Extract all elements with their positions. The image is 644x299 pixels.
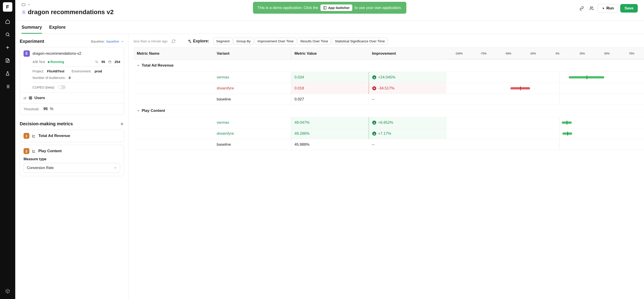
svg-rect-1 <box>324 6 326 9</box>
metric-badge-2: 2 <box>24 148 29 154</box>
save-button[interactable]: Save <box>620 4 638 12</box>
env-value: prod <box>95 69 102 73</box>
chart-icon <box>32 149 36 153</box>
search-icon[interactable] <box>4 31 11 38</box>
axis-tick: -50% <box>496 48 520 59</box>
app-switcher-label: App Switcher <box>328 6 350 10</box>
topbar: dragon recommendations v2 This is a demo… <box>15 0 644 21</box>
improvement-bar <box>446 83 644 94</box>
measure-type-value: Conversion Rate <box>27 166 54 170</box>
chevron-down-icon <box>137 64 140 67</box>
side-panel: Experiment Baseline: baseline E dragon-r… <box>15 34 129 299</box>
link-icon[interactable] <box>578 4 586 12</box>
explore-pill[interactable]: Group By <box>234 38 254 45</box>
cuped-label: CUPED (beta): <box>32 85 55 89</box>
value-cell: 0.034 <box>291 72 369 83</box>
app-switcher-button[interactable]: App Switcher <box>320 4 352 11</box>
improvement-bar <box>446 94 644 105</box>
improvement-bar <box>446 128 644 139</box>
stat-95: 95 <box>101 60 105 64</box>
improvement-cell: -- <box>369 139 446 150</box>
chevron-down-icon[interactable] <box>27 3 30 6</box>
tab-summary[interactable]: Summary <box>22 25 42 34</box>
improvement-axis: -100%-75%-50%-25%0%25%50%75% <box>446 48 644 60</box>
left-rail: F <box>0 0 15 299</box>
baseline-picker[interactable]: Baseline: baseline <box>91 39 124 43</box>
add-metric-button[interactable] <box>120 122 124 126</box>
metric-card-1[interactable]: 1 Total Ad Revenue <box>20 130 124 142</box>
env-label: Environment: <box>72 69 91 73</box>
results-table: Metric Name Variant Metric Value Improve… <box>134 48 644 150</box>
col-improvement[interactable]: Improvement <box>369 48 446 60</box>
explore-pill[interactable]: Improvement Over Time <box>254 38 296 45</box>
run-button[interactable]: Run <box>598 4 618 12</box>
settings-cube-icon[interactable] <box>4 288 11 295</box>
metric-name-1: Total Ad Revenue <box>38 134 70 138</box>
value-cell: 0.018 <box>291 83 369 94</box>
explore-pill[interactable]: Results Over Time <box>298 38 331 45</box>
metric-name-2: Play Content <box>38 149 62 153</box>
col-metric-value[interactable]: Metric Value <box>291 48 369 60</box>
value-cell: 0.027 <box>291 94 369 105</box>
svg-point-0 <box>6 33 9 36</box>
col-metric-name[interactable]: Metric Name <box>134 48 214 60</box>
demo-banner-text: This is a demo application. Click the <box>258 5 318 10</box>
tab-explore[interactable]: Explore <box>49 25 66 34</box>
audiences-label: Number of Audiences: <box>32 76 66 80</box>
threshold-label: Threshold <box>24 107 38 111</box>
app-logo[interactable]: F <box>3 2 12 12</box>
metric-group-header[interactable]: Play Content <box>134 105 644 117</box>
axis-tick: -25% <box>520 48 545 59</box>
ab-test-label: A/B Test <box>32 60 45 64</box>
users-icon[interactable] <box>588 4 595 12</box>
experiment-badge: E <box>24 50 30 57</box>
improvement-cell: ▲+24.045% <box>369 72 446 83</box>
experiment-icon[interactable] <box>4 70 11 77</box>
plus-icon[interactable] <box>4 44 11 51</box>
cuped-toggle[interactable] <box>58 85 66 89</box>
explore-pill[interactable]: Segment <box>213 38 232 45</box>
users-label[interactable]: Users <box>34 96 45 100</box>
metric-card-2[interactable]: 2 Play Content Measure type Conversion R… <box>20 145 124 176</box>
metric-group-header[interactable]: Total Ad Revenue <box>134 60 644 72</box>
notes-icon[interactable] <box>4 57 11 64</box>
stat-254: 254 <box>114 60 120 64</box>
variant-cell: vermax <box>214 117 291 128</box>
experiment-section-title: Experiment <box>20 39 44 44</box>
demo-banner-text-2: to use your own application. <box>354 5 402 10</box>
axis-tick: 25% <box>570 48 595 59</box>
flask-badge-icon <box>22 10 26 14</box>
col-variant[interactable]: Variant <box>214 48 291 60</box>
variant-cell: vermax <box>214 72 291 83</box>
axis-tick: 0% <box>545 48 570 59</box>
explore-pill[interactable]: Statistical Significance Over Time <box>332 38 388 45</box>
value-cell: 49.047% <box>291 117 369 128</box>
axis-tick: -75% <box>471 48 496 59</box>
explore-label: Explore: <box>187 39 209 43</box>
measure-type-select[interactable]: Conversion Rate <box>24 163 120 173</box>
improvement-cell: ▲+7.17% <box>369 128 446 139</box>
baseline-value: baseline <box>106 39 119 43</box>
svg-rect-5 <box>109 61 111 63</box>
list-icon[interactable] <box>4 83 11 90</box>
axis-tick: -100% <box>446 48 471 59</box>
improvement-cell: ▼-34.517% <box>369 83 446 94</box>
axis-tick: 75% <box>619 48 644 59</box>
status-badge: Running <box>50 60 64 64</box>
chevron-down-icon <box>121 40 124 43</box>
threshold-value[interactable]: 95 <box>44 107 48 111</box>
value-cell: 45.988% <box>291 139 369 150</box>
variant-cell: baseline <box>214 94 291 105</box>
folder-icon[interactable] <box>22 3 26 7</box>
improvement-cell: ▲+6.652% <box>369 117 446 128</box>
tabs: Summary Explore <box>15 21 644 34</box>
refresh-icon[interactable] <box>172 39 176 43</box>
chevron-down-icon <box>137 109 140 112</box>
improvement-bar <box>446 72 644 83</box>
axis-tick: 50% <box>595 48 619 59</box>
chart-icon <box>32 134 36 138</box>
experiment-name[interactable]: dragon-recommendations-v2 <box>32 51 81 56</box>
variant-cell: baseline <box>214 139 291 150</box>
demo-banner: This is a demo application. Click the Ap… <box>253 2 406 14</box>
home-icon[interactable] <box>4 18 11 25</box>
